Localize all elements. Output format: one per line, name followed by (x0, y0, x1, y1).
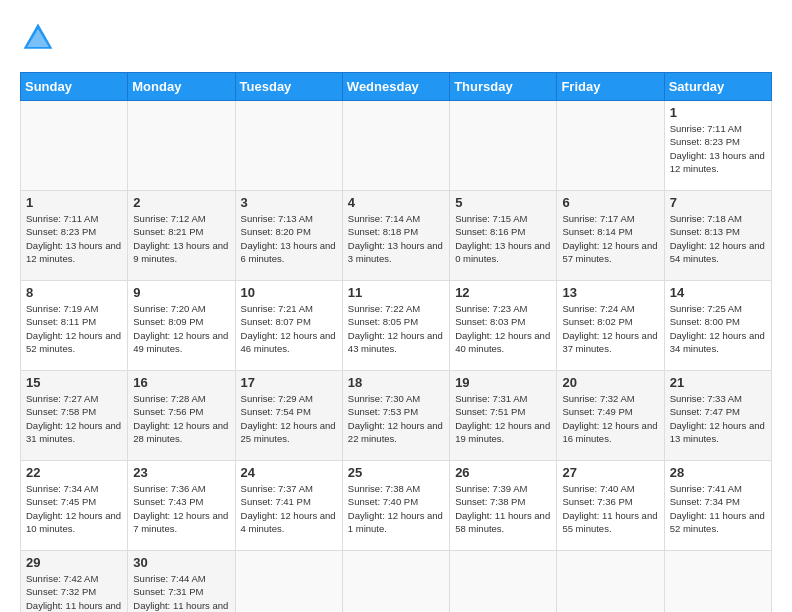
calendar-cell: 13 Sunrise: 7:24 AM Sunset: 8:02 PM Dayl… (557, 281, 664, 371)
calendar-cell: 4 Sunrise: 7:14 AM Sunset: 8:18 PM Dayli… (342, 191, 449, 281)
day-number: 4 (348, 195, 444, 210)
sunrise: Sunrise: 7:22 AM (348, 303, 420, 314)
calendar-cell: 19 Sunrise: 7:31 AM Sunset: 7:51 PM Dayl… (450, 371, 557, 461)
day-number: 21 (670, 375, 766, 390)
daylight: Daylight: 12 hours and 52 minutes. (26, 330, 121, 354)
day-number: 18 (348, 375, 444, 390)
daylight: Daylight: 12 hours and 22 minutes. (348, 420, 443, 444)
day-info: Sunrise: 7:11 AM Sunset: 8:23 PM Dayligh… (26, 212, 122, 265)
calendar-cell: 17 Sunrise: 7:29 AM Sunset: 7:54 PM Dayl… (235, 371, 342, 461)
calendar-cell (235, 101, 342, 191)
day-info: Sunrise: 7:11 AM Sunset: 8:23 PM Dayligh… (670, 122, 766, 175)
sunset: Sunset: 8:18 PM (348, 226, 418, 237)
day-number: 6 (562, 195, 658, 210)
calendar-cell (450, 551, 557, 613)
day-info: Sunrise: 7:32 AM Sunset: 7:49 PM Dayligh… (562, 392, 658, 445)
sunrise: Sunrise: 7:11 AM (670, 123, 742, 134)
day-info: Sunrise: 7:24 AM Sunset: 8:02 PM Dayligh… (562, 302, 658, 355)
sunset: Sunset: 8:02 PM (562, 316, 632, 327)
calendar-cell: 11 Sunrise: 7:22 AM Sunset: 8:05 PM Dayl… (342, 281, 449, 371)
day-info: Sunrise: 7:42 AM Sunset: 7:32 PM Dayligh… (26, 572, 122, 612)
sunrise: Sunrise: 7:32 AM (562, 393, 634, 404)
day-info: Sunrise: 7:17 AM Sunset: 8:14 PM Dayligh… (562, 212, 658, 265)
day-number: 27 (562, 465, 658, 480)
sunset: Sunset: 7:47 PM (670, 406, 740, 417)
calendar-cell: 18 Sunrise: 7:30 AM Sunset: 7:53 PM Dayl… (342, 371, 449, 461)
sunset: Sunset: 8:13 PM (670, 226, 740, 237)
sunset: Sunset: 8:00 PM (670, 316, 740, 327)
day-info: Sunrise: 7:30 AM Sunset: 7:53 PM Dayligh… (348, 392, 444, 445)
sunrise: Sunrise: 7:39 AM (455, 483, 527, 494)
sunset: Sunset: 7:53 PM (348, 406, 418, 417)
sunrise: Sunrise: 7:11 AM (26, 213, 98, 224)
calendar-cell (557, 101, 664, 191)
col-wednesday: Wednesday (342, 73, 449, 101)
daylight: Daylight: 12 hours and 46 minutes. (241, 330, 336, 354)
calendar-cell: 1 Sunrise: 7:11 AM Sunset: 8:23 PM Dayli… (21, 191, 128, 281)
day-number: 10 (241, 285, 337, 300)
calendar-cell (235, 551, 342, 613)
daylight: Daylight: 11 hours and 55 minutes. (562, 510, 657, 534)
sunset: Sunset: 7:49 PM (562, 406, 632, 417)
daylight: Daylight: 12 hours and 28 minutes. (133, 420, 228, 444)
week-row: 1 Sunrise: 7:11 AM Sunset: 8:23 PM Dayli… (21, 101, 772, 191)
day-number: 12 (455, 285, 551, 300)
calendar-cell: 21 Sunrise: 7:33 AM Sunset: 7:47 PM Dayl… (664, 371, 771, 461)
day-number: 7 (670, 195, 766, 210)
calendar-cell: 26 Sunrise: 7:39 AM Sunset: 7:38 PM Dayl… (450, 461, 557, 551)
day-info: Sunrise: 7:29 AM Sunset: 7:54 PM Dayligh… (241, 392, 337, 445)
calendar-cell: 6 Sunrise: 7:17 AM Sunset: 8:14 PM Dayli… (557, 191, 664, 281)
calendar-cell: 15 Sunrise: 7:27 AM Sunset: 7:58 PM Dayl… (21, 371, 128, 461)
day-info: Sunrise: 7:13 AM Sunset: 8:20 PM Dayligh… (241, 212, 337, 265)
daylight: Daylight: 12 hours and 40 minutes. (455, 330, 550, 354)
col-thursday: Thursday (450, 73, 557, 101)
calendar-cell: 20 Sunrise: 7:32 AM Sunset: 7:49 PM Dayl… (557, 371, 664, 461)
calendar-cell (342, 101, 449, 191)
day-info: Sunrise: 7:34 AM Sunset: 7:45 PM Dayligh… (26, 482, 122, 535)
sunrise: Sunrise: 7:30 AM (348, 393, 420, 404)
day-info: Sunrise: 7:41 AM Sunset: 7:34 PM Dayligh… (670, 482, 766, 535)
day-number: 25 (348, 465, 444, 480)
daylight: Daylight: 12 hours and 37 minutes. (562, 330, 657, 354)
daylight: Daylight: 13 hours and 3 minutes. (348, 240, 443, 264)
daylight: Daylight: 12 hours and 49 minutes. (133, 330, 228, 354)
daylight: Daylight: 11 hours and 47 minutes. (133, 600, 228, 612)
day-number: 20 (562, 375, 658, 390)
calendar-cell: 5 Sunrise: 7:15 AM Sunset: 8:16 PM Dayli… (450, 191, 557, 281)
calendar-cell: 24 Sunrise: 7:37 AM Sunset: 7:41 PM Dayl… (235, 461, 342, 551)
calendar-cell (557, 551, 664, 613)
day-number: 9 (133, 285, 229, 300)
calendar-cell (21, 101, 128, 191)
daylight: Daylight: 11 hours and 58 minutes. (455, 510, 550, 534)
sunset: Sunset: 7:40 PM (348, 496, 418, 507)
sunset: Sunset: 8:23 PM (670, 136, 740, 147)
daylight: Daylight: 12 hours and 1 minute. (348, 510, 443, 534)
sunrise: Sunrise: 7:20 AM (133, 303, 205, 314)
sunset: Sunset: 7:45 PM (26, 496, 96, 507)
sunrise: Sunrise: 7:37 AM (241, 483, 313, 494)
day-number: 22 (26, 465, 122, 480)
sunrise: Sunrise: 7:23 AM (455, 303, 527, 314)
sunrise: Sunrise: 7:41 AM (670, 483, 742, 494)
header (20, 20, 772, 56)
sunset: Sunset: 7:54 PM (241, 406, 311, 417)
week-row: 22 Sunrise: 7:34 AM Sunset: 7:45 PM Dayl… (21, 461, 772, 551)
sunrise: Sunrise: 7:31 AM (455, 393, 527, 404)
day-number: 1 (670, 105, 766, 120)
logo (20, 20, 62, 56)
day-info: Sunrise: 7:19 AM Sunset: 8:11 PM Dayligh… (26, 302, 122, 355)
sunset: Sunset: 7:36 PM (562, 496, 632, 507)
sunset: Sunset: 8:20 PM (241, 226, 311, 237)
sunrise: Sunrise: 7:34 AM (26, 483, 98, 494)
day-number: 26 (455, 465, 551, 480)
calendar-cell: 1 Sunrise: 7:11 AM Sunset: 8:23 PM Dayli… (664, 101, 771, 191)
sunrise: Sunrise: 7:12 AM (133, 213, 205, 224)
calendar-cell: 9 Sunrise: 7:20 AM Sunset: 8:09 PM Dayli… (128, 281, 235, 371)
sunrise: Sunrise: 7:17 AM (562, 213, 634, 224)
daylight: Daylight: 12 hours and 4 minutes. (241, 510, 336, 534)
daylight: Daylight: 11 hours and 52 minutes. (670, 510, 765, 534)
sunset: Sunset: 7:38 PM (455, 496, 525, 507)
day-info: Sunrise: 7:27 AM Sunset: 7:58 PM Dayligh… (26, 392, 122, 445)
sunset: Sunset: 8:03 PM (455, 316, 525, 327)
calendar-cell: 29 Sunrise: 7:42 AM Sunset: 7:32 PM Dayl… (21, 551, 128, 613)
